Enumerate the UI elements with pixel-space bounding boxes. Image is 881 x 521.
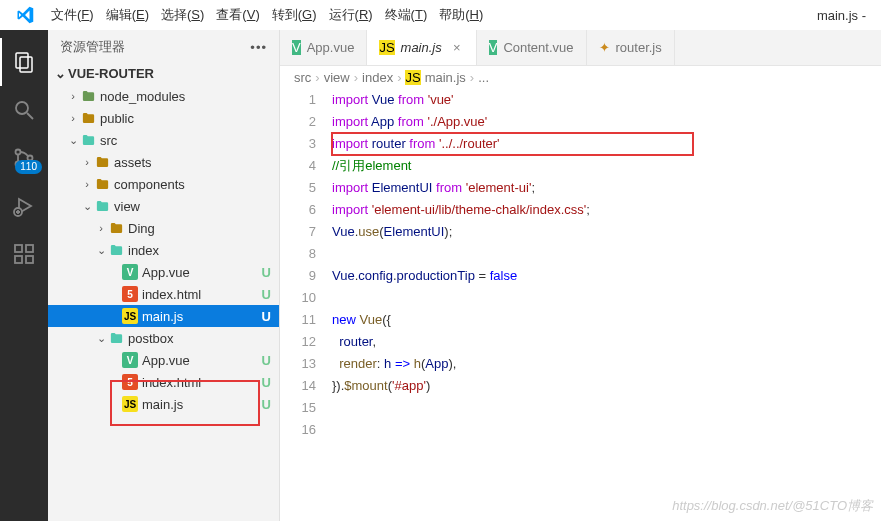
search-action[interactable] [0,86,48,134]
svg-rect-9 [15,245,22,252]
tree-row[interactable]: VApp.vueU [48,349,279,371]
code-editor[interactable]: 12345678910111213141516 import Vue from … [280,89,881,521]
svg-rect-12 [26,245,33,252]
breadcrumb-item[interactable]: src [294,70,311,85]
sidebar-more-icon[interactable]: ••• [250,40,267,55]
svg-point-2 [16,102,28,114]
tab[interactable]: ✦router.js [587,30,675,65]
svg-point-4 [16,150,21,155]
menu-item[interactable]: 选择(S) [155,7,210,22]
svg-line-3 [27,113,33,119]
tab-bar: VApp.vueJSmain.js×VContent.vue✦router.js [280,30,881,66]
close-icon[interactable]: × [450,40,464,55]
breadcrumbs[interactable]: src›view›index›JSmain.js›... [280,66,881,89]
menu-item[interactable]: 终端(T) [379,7,434,22]
tree-row[interactable]: ›node_modules [48,85,279,107]
tree-row[interactable]: JSmain.jsU [48,305,279,327]
tab[interactable]: VContent.vue [477,30,587,65]
vscode-icon [15,5,35,25]
explorer-action[interactable] [0,38,48,86]
tree-row[interactable]: JSmain.jsU [48,393,279,415]
tree-row[interactable]: 5index.htmlU [48,371,279,393]
tree-row[interactable]: ⌄index [48,239,279,261]
tab[interactable]: JSmain.js× [367,30,476,65]
tree-row[interactable]: ›public [48,107,279,129]
menubar: 文件(F)编辑(E)选择(S)查看(V)转到(G)运行(R)终端(T)帮助(H)… [0,0,881,30]
tree-row[interactable]: ⌄src [48,129,279,151]
tab[interactable]: VApp.vue [280,30,367,65]
breadcrumb-item[interactable]: ... [478,70,489,85]
sidebar-title: 资源管理器 [60,38,125,56]
debug-action[interactable] [0,182,48,230]
extensions-action[interactable] [0,230,48,278]
tree-row[interactable]: ›components [48,173,279,195]
menu-item[interactable]: 查看(V) [210,7,265,22]
svg-rect-10 [15,256,22,263]
window-title: main.js - [817,8,876,23]
tree-row[interactable]: VApp.vueU [48,261,279,283]
tree-row[interactable]: ⌄view [48,195,279,217]
breadcrumb-item[interactable]: index [362,70,393,85]
tree-row[interactable]: ⌄postbox [48,327,279,349]
svg-rect-11 [26,256,33,263]
menu-item[interactable]: 转到(G) [266,7,323,22]
menu-item[interactable]: 运行(R) [323,7,379,22]
tree-row[interactable]: ›Ding [48,217,279,239]
svg-rect-1 [20,57,32,72]
breadcrumb-item[interactable]: main.js [425,70,466,85]
tree-row[interactable]: 5index.htmlU [48,283,279,305]
editor-area: VApp.vueJSmain.js×VContent.vue✦router.js… [280,30,881,521]
menu-item[interactable]: 编辑(E) [100,7,155,22]
tree-section-header[interactable]: ⌄VUE-ROUTER [48,64,279,85]
breadcrumb-item[interactable]: view [324,70,350,85]
tree-row[interactable]: ›assets [48,151,279,173]
menu-item[interactable]: 文件(F) [45,7,100,22]
menu-item[interactable]: 帮助(H) [433,7,489,22]
sidebar: 资源管理器 ••• ⌄VUE-ROUTER ›node_modules›publ… [48,30,280,521]
svg-rect-0 [16,53,28,68]
activity-bar: 110 [0,30,48,521]
scm-action[interactable]: 110 [0,134,48,182]
scm-badge: 110 [15,160,42,174]
